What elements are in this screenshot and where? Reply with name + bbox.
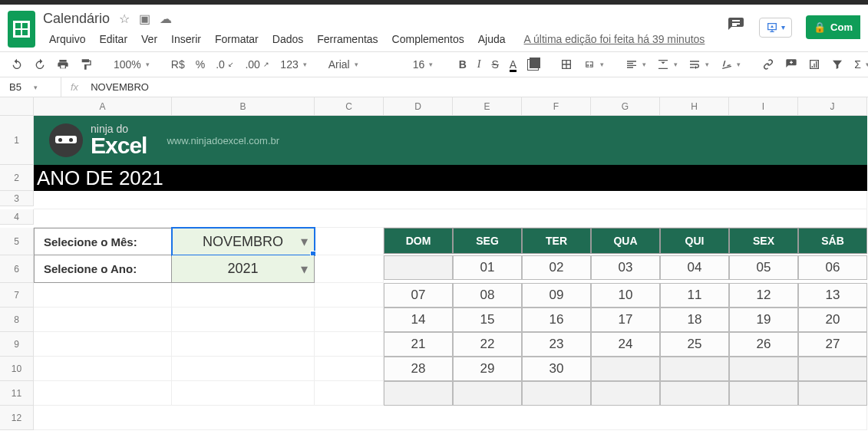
menu-editar[interactable]: Editar <box>93 30 134 48</box>
cal-cell[interactable]: 29 <box>453 357 522 381</box>
cal-cell[interactable]: 01 <box>453 255 522 280</box>
cal-cell[interactable]: 20 <box>798 308 867 332</box>
last-edit-status[interactable]: A última edição foi feita há 39 minutos <box>524 33 705 48</box>
cal-cell[interactable] <box>798 357 867 381</box>
cal-cell[interactable]: 22 <box>453 332 522 357</box>
cal-header-sab[interactable]: SÁB <box>798 228 867 254</box>
cell[interactable] <box>34 209 867 228</box>
comments-icon[interactable] <box>727 16 745 39</box>
month-dropdown[interactable]: NOVEMBRO ▾ <box>172 228 315 255</box>
menu-ferramentas[interactable]: Ferramentas <box>311 30 384 48</box>
cell[interactable] <box>315 332 384 357</box>
cal-cell[interactable] <box>660 381 729 406</box>
cell[interactable] <box>172 308 315 332</box>
row-header-11[interactable]: 11 <box>0 381 34 406</box>
cal-header-qua[interactable]: QUA <box>591 228 660 254</box>
cal-cell[interactable]: 14 <box>384 308 453 332</box>
cal-cell[interactable]: 08 <box>453 283 522 308</box>
cal-cell[interactable]: 24 <box>591 332 660 357</box>
select-year-label[interactable]: Selecione o Ano: <box>34 255 172 283</box>
cal-cell[interactable]: 11 <box>660 283 729 308</box>
cal-cell[interactable] <box>729 357 798 381</box>
cal-cell[interactable]: 03 <box>591 255 660 280</box>
cell[interactable] <box>34 191 867 209</box>
cell[interactable] <box>34 283 172 308</box>
cal-cell[interactable]: 15 <box>453 308 522 332</box>
cal-cell[interactable]: 04 <box>660 255 729 280</box>
col-header-H[interactable]: H <box>660 97 729 116</box>
row-header-3[interactable]: 3 <box>0 191 34 206</box>
cal-header-qui[interactable]: QUI <box>660 228 729 254</box>
col-header-D[interactable]: D <box>384 97 453 116</box>
insert-comment-button[interactable] <box>782 55 800 74</box>
cal-cell[interactable]: 28 <box>384 357 453 381</box>
zoom-select[interactable]: 100% <box>111 55 153 74</box>
decrease-decimal-button[interactable]: .0 ↙ <box>213 55 237 74</box>
cal-header-seg[interactable]: SEG <box>453 228 522 254</box>
cell[interactable] <box>172 332 315 357</box>
cell[interactable] <box>172 381 315 406</box>
redo-icon[interactable] <box>31 55 49 74</box>
italic-button[interactable]: I <box>474 55 484 74</box>
valign-button[interactable] <box>654 55 681 74</box>
text-color-button[interactable]: A <box>507 55 520 74</box>
row-header-12[interactable]: 12 <box>0 406 34 430</box>
cal-header-ter[interactable]: TER <box>522 228 591 254</box>
cal-cell[interactable]: 09 <box>522 283 591 308</box>
menu-arquivo[interactable]: Arquivo <box>43 30 91 48</box>
cal-header-sex[interactable]: SEX <box>729 228 798 254</box>
col-header-A[interactable]: A <box>34 97 172 116</box>
menu-dados[interactable]: Dados <box>266 30 309 48</box>
doc-title[interactable]: Calendário <box>43 11 110 27</box>
font-size-select[interactable]: 16 <box>410 55 441 74</box>
cell[interactable] <box>315 228 384 255</box>
cloud-icon[interactable]: ☁ <box>160 12 172 26</box>
cal-cell[interactable]: 13 <box>798 283 867 308</box>
row-header-5[interactable]: 5 <box>0 228 34 255</box>
sheets-app-icon[interactable] <box>8 11 35 48</box>
percent-button[interactable]: % <box>193 55 208 74</box>
row-header-7[interactable]: 7 <box>0 283 34 308</box>
cal-cell[interactable]: 21 <box>384 332 453 357</box>
share-button[interactable]: 🔒 Com <box>806 15 860 39</box>
select-all-corner[interactable] <box>0 97 34 116</box>
merge-button[interactable] <box>580 55 607 74</box>
undo-icon[interactable] <box>8 55 26 74</box>
cal-cell[interactable]: 19 <box>729 308 798 332</box>
cal-cell[interactable]: 18 <box>660 308 729 332</box>
cell[interactable] <box>315 381 384 406</box>
menu-inserir[interactable]: Inserir <box>165 30 207 48</box>
cal-cell[interactable] <box>798 381 867 406</box>
menu-ver[interactable]: Ver <box>135 30 163 48</box>
move-icon[interactable]: ▣ <box>139 12 150 26</box>
number-format-select[interactable]: 123 <box>277 55 309 74</box>
cal-cell[interactable] <box>729 381 798 406</box>
cell[interactable] <box>34 381 172 406</box>
borders-button[interactable] <box>557 55 576 74</box>
cal-cell[interactable]: 23 <box>522 332 591 357</box>
insert-chart-button[interactable] <box>805 55 823 74</box>
cell[interactable] <box>315 308 384 332</box>
col-header-C[interactable]: C <box>315 97 384 116</box>
halign-button[interactable] <box>622 55 649 74</box>
menu-ajuda[interactable]: Ajuda <box>472 30 512 48</box>
cal-cell[interactable]: 06 <box>798 255 867 280</box>
cal-cell[interactable] <box>453 381 522 406</box>
cal-header-dom[interactable]: DOM <box>384 228 453 254</box>
cal-cell[interactable]: 05 <box>729 255 798 280</box>
functions-button[interactable]: Σ <box>851 55 868 74</box>
col-header-G[interactable]: G <box>591 97 660 116</box>
cal-cell[interactable]: 16 <box>522 308 591 332</box>
row-header-8[interactable]: 8 <box>0 308 34 332</box>
link-button[interactable] <box>759 55 777 74</box>
filter-button[interactable] <box>828 55 847 74</box>
col-header-E[interactable]: E <box>453 97 522 116</box>
col-header-J[interactable]: J <box>798 97 867 116</box>
cal-cell[interactable]: 25 <box>660 332 729 357</box>
cal-cell[interactable] <box>384 381 453 406</box>
row-header-4[interactable]: 4 <box>0 209 34 225</box>
spreadsheet-grid[interactable]: A B C D E F G H I J 1 ninja do Excel www… <box>0 97 868 430</box>
print-icon[interactable] <box>54 55 72 74</box>
col-header-F[interactable]: F <box>522 97 591 116</box>
star-icon[interactable]: ☆ <box>119 12 130 26</box>
